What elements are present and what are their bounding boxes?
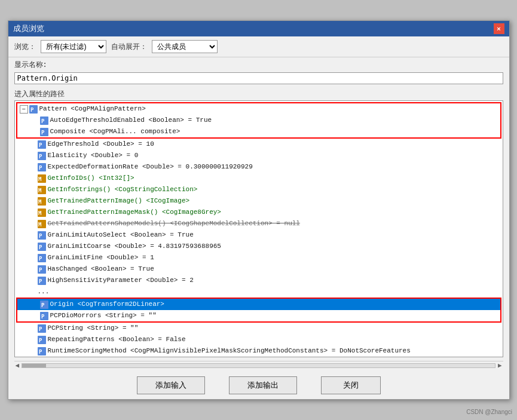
svg-text:P: P	[39, 154, 42, 160]
prop-icon: P	[38, 254, 46, 262]
tree-item[interactable]: P EdgeThreshold <Double> = 10	[15, 139, 503, 150]
tree-item[interactable]: P RuntimeScoringMethod <CogPMAlignVisibl…	[15, 345, 503, 357]
window-title: 成员浏览	[13, 23, 44, 34]
scrollbar-track	[22, 363, 495, 368]
tree-item[interactable]: P Origin <CogTransform2DLinear>	[17, 299, 500, 310]
tree-item[interactable]: P PCPDioMorrors <String> = ""	[17, 310, 500, 321]
svg-text:P: P	[39, 267, 42, 273]
prop-icon: P	[40, 312, 48, 320]
tree-item-text: GrainLimitAutoSelect <Boolean> = True	[48, 230, 194, 240]
toolbar: 浏览： 所有(未过滤) 自动展开： 公共成员	[8, 36, 509, 57]
tree-item-text: RuntimeScoringMethod <CogPMAlignVisibleP…	[48, 346, 411, 356]
tree-item[interactable]: M GetTrainedPatternShapeModels() <ICogSh…	[15, 218, 503, 229]
prop-icon: P	[29, 105, 38, 114]
tree-item-text: Composite <CogPMAli... composite>	[50, 127, 181, 137]
method-icon: M	[38, 174, 46, 183]
svg-text:M: M	[38, 176, 42, 182]
svg-text:P: P	[41, 130, 45, 136]
prop-icon: P	[38, 152, 46, 160]
tree-item[interactable]: M GetInfoIDs() <Int32[]>	[15, 173, 503, 184]
tree-item[interactable]: P TrainAlgorithm <CogPMAlignTrainAlgorit…	[15, 357, 503, 357]
red-box-group-2: P Origin <CogTransform2DLinear> P PCPDio…	[16, 298, 501, 323]
add-input-button[interactable]: 添加输入	[137, 376, 205, 394]
svg-text:P: P	[39, 244, 42, 250]
tree-item-text: AutoEdgeThresholdEnabled <Boolean> = Tru…	[50, 115, 212, 125]
browse-select[interactable]: 所有(未过滤)	[41, 40, 106, 53]
prop-icon: P	[40, 117, 48, 125]
prop-icon: P	[38, 140, 46, 149]
tree-item[interactable]: P ExpectedDeformationRate <Double> = 0.3…	[15, 161, 503, 173]
tree-container[interactable]: − P Pattern <CogPMAlignPattern> P AutoEd…	[14, 100, 503, 357]
display-name-row	[8, 71, 509, 88]
tree-item[interactable]: P PCPString <String> = ""	[15, 323, 503, 334]
tree-item-text: Pattern <CogPMAlignPattern>	[39, 104, 146, 114]
prop-icon: P	[38, 336, 46, 344]
tree-item-text: PCPString <String> = ""	[48, 323, 139, 333]
prop-icon: P	[40, 128, 48, 136]
svg-text:P: P	[39, 338, 42, 344]
svg-text:P: P	[41, 314, 45, 320]
main-window: 成员浏览 × 浏览： 所有(未过滤) 自动展开： 公共成员 显示名称: 进入属性…	[8, 20, 510, 400]
svg-text:P: P	[39, 326, 42, 332]
close-window-button[interactable]: ×	[494, 23, 504, 34]
svg-text:P: P	[39, 256, 42, 262]
prop-icon: P	[38, 277, 46, 285]
tree-item[interactable]: P GrainLimitCoarse <Double> = 4.83197593…	[15, 241, 503, 252]
red-box-group-1: − P Pattern <CogPMAlignPattern> P AutoEd…	[16, 102, 501, 139]
prop-icon: P	[38, 243, 46, 251]
svg-text:P: P	[41, 118, 45, 124]
method-icon: M	[38, 186, 46, 194]
close-button[interactable]: 关闭	[321, 376, 381, 394]
tree-item-text: RepeatingPatterns <Boolean> = False	[48, 335, 186, 345]
tree-item[interactable]: P Composite <CogPMAli... composite>	[17, 126, 500, 137]
tree-item-text: EdgeThreshold <Double> = 10	[48, 139, 154, 149]
tree-item-text: GetTrainedPatternImage() <ICogImage>	[48, 196, 190, 206]
watermark: CSDN @Zhangci	[466, 409, 512, 415]
scrollbar-horizontal[interactable]: ◀ ▶	[14, 361, 503, 369]
tree-item-text: GrainLimitFine <Double> = 1	[48, 253, 154, 263]
svg-text:M: M	[38, 199, 42, 205]
svg-text:P: P	[39, 165, 42, 171]
display-name-label: 显示名称:	[8, 57, 509, 71]
tree-item-text: GetTrainedPatternImageMask() <CogImage8G…	[48, 207, 221, 217]
tree-item[interactable]: M GetTrainedPatternImageMask() <CogImage…	[15, 207, 503, 218]
tree-item[interactable]: P GrainLimitAutoSelect <Boolean> = True	[15, 229, 503, 241]
tree-item[interactable]: P Elasticity <Double> = 0	[15, 150, 503, 161]
tree-expander[interactable]: −	[20, 105, 28, 114]
method-icon: M	[38, 209, 46, 217]
add-output-button[interactable]: 添加输出	[229, 376, 297, 394]
svg-text:P: P	[39, 349, 42, 355]
svg-text:M: M	[38, 188, 42, 194]
svg-text:P: P	[39, 278, 42, 284]
tree-item[interactable]: P HighSensitivityParameter <Double> = 2	[15, 275, 503, 286]
tree-item[interactable]: P HasChanged <Boolean> = True	[15, 263, 503, 275]
tree-item[interactable]: M GetInfoStrings() <CogStringCollection>	[15, 184, 503, 195]
tree-item[interactable]: − P Pattern <CogPMAlignPattern>	[17, 103, 500, 115]
tree-item[interactable]: M GetTrainedPatternImage() <ICogImage>	[15, 195, 503, 207]
prop-icon: P	[38, 265, 46, 274]
footer-buttons: 添加输入 添加输出 关闭	[8, 372, 509, 399]
svg-text:P: P	[30, 107, 34, 113]
tree-item-text: HighSensitivityParameter <Double> = 2	[48, 275, 194, 286]
auto-expand-label: 自动展开：	[111, 42, 147, 52]
tree-item[interactable]: P RepeatingPatterns <Boolean> = False	[15, 334, 503, 345]
tree-inner: − P Pattern <CogPMAlignPattern> P AutoEd…	[15, 101, 503, 357]
tree-item-text: GetInfoStrings() <CogStringCollection>	[48, 185, 198, 195]
tree-item-text: ...	[38, 287, 50, 297]
tree-item-text: ExpectedDeformationRate <Double> = 0.300…	[48, 162, 253, 172]
tree-item-text: GetInfoIDs() <Int32[]>	[48, 173, 134, 183]
method-icon: M	[38, 220, 46, 228]
svg-text:M: M	[38, 210, 42, 216]
tree-item[interactable]: P AutoEdgeThresholdEnabled <Boolean> = T…	[17, 115, 500, 126]
display-name-input[interactable]	[14, 72, 503, 84]
auto-expand-select[interactable]: 公共成员	[152, 40, 218, 53]
method-icon: M	[38, 197, 46, 206]
prop-icon: P	[38, 163, 46, 171]
tree-item-text: PCPDioMorrors <String> = ""	[50, 311, 157, 321]
tree-item-text: Elasticity <Double> = 0	[48, 151, 139, 161]
scrollbar-thumb	[22, 364, 46, 367]
browse-label: 浏览：	[14, 42, 36, 52]
tree-item[interactable]: ...	[15, 286, 503, 298]
tree-item[interactable]: P GrainLimitFine <Double> = 1	[15, 252, 503, 263]
svg-text:P: P	[41, 302, 45, 308]
